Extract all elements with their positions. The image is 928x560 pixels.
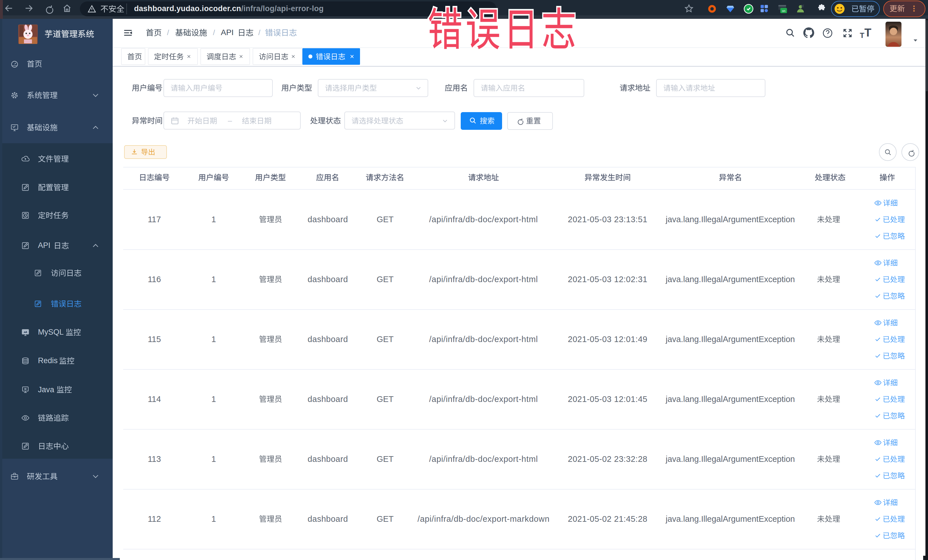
svg-text:on: on bbox=[782, 9, 785, 12]
